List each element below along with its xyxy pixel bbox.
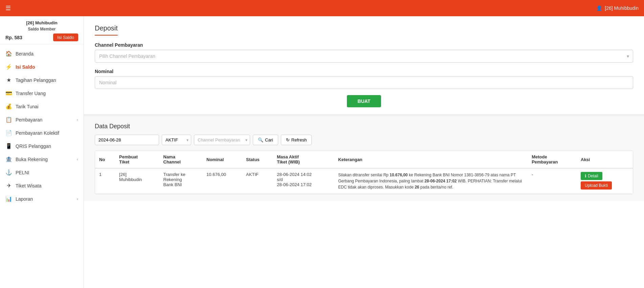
upload-bukti-button[interactable]: Upload Bukti xyxy=(581,181,612,190)
channel-filter-select[interactable]: Channel Pembayaran xyxy=(194,135,250,145)
sidebar-item-buka-rekening[interactable]: 🏦 Buka Rekening ‹ xyxy=(0,153,84,166)
sidebar-item-label: Tagihan Pelanggan xyxy=(16,77,56,83)
col-metode: MetodePembayaran xyxy=(528,151,577,168)
cari-button[interactable]: 🔍 Cari xyxy=(253,135,278,145)
sidebar-user-name: [26] Muhibudin xyxy=(5,20,78,25)
sidebar-item-label: Isi Saldo xyxy=(16,64,35,70)
sidebar-item-isi-saldo[interactable]: ⚡ Isi Saldo xyxy=(0,60,84,73)
data-deposit-section: Data Deposit AKTIF SEMUA Channel Pembaya… xyxy=(84,116,644,201)
col-aksi: Aksi xyxy=(577,151,633,168)
flash-icon: ⚡ xyxy=(5,64,12,70)
cell-channel: Transfer keRekeningBank BNI xyxy=(159,168,203,194)
nominal-form-group: Nominal xyxy=(95,69,633,89)
sidebar-item-beranda[interactable]: 🏠 Beranda xyxy=(0,47,84,60)
sidebar-nav: 🏠 Beranda ⚡ Isi Saldo ★ Tagihan Pelangga… xyxy=(0,44,84,208)
info-icon: ℹ xyxy=(585,174,586,178)
refresh-button[interactable]: ↻ Refresh xyxy=(281,135,312,145)
search-icon: 🔍 xyxy=(258,137,263,142)
sidebar-item-label: Tiket Wisata xyxy=(16,183,42,189)
buat-button[interactable]: BUAT xyxy=(347,95,381,107)
sidebar-item-laporan[interactable]: 📊 Laporan ‹ xyxy=(0,192,84,205)
sidebar-item-pelni[interactable]: ⚓ PELNI xyxy=(0,166,84,179)
cell-no: 1 xyxy=(95,168,115,194)
qris-icon: 📱 xyxy=(5,143,12,149)
sidebar-item-pembayaran[interactable]: 📋 Pembayaran ‹ xyxy=(0,113,84,126)
data-table: No PembuatTiket NamaChannel Nominal Stat… xyxy=(95,151,633,194)
nominal-input[interactable] xyxy=(95,76,633,89)
sidebar: [26] Muhibudin Saldo Member Rp. 583 Isi … xyxy=(0,16,84,288)
sidebar-item-label: Laporan xyxy=(16,196,33,202)
chevron-right-icon: ‹ xyxy=(77,117,78,122)
sidebar-saldo-amount: Rp. 583 xyxy=(5,35,22,40)
home-icon: 🏠 xyxy=(5,50,12,57)
nominal-label: Nominal xyxy=(95,69,633,74)
sidebar-header: [26] Muhibudin Saldo Member Rp. 583 Isi … xyxy=(0,16,84,44)
sidebar-item-label: PELNI xyxy=(16,170,29,175)
refresh-icon: ↻ xyxy=(286,137,290,142)
filter-row: AKTIF SEMUA Channel Pembayaran 🔍 Cari ↻ … xyxy=(95,135,633,145)
anchor-icon: ⚓ xyxy=(5,169,12,176)
list-icon: 📋 xyxy=(5,116,12,123)
cell-aksi: ℹ Detail Upload Bukti xyxy=(577,168,633,194)
cell-nominal: 10.676,00 xyxy=(202,168,242,194)
sidebar-item-label: Pembayaran xyxy=(16,117,42,123)
sidebar-item-label: QRIS Pelanggan xyxy=(16,143,51,149)
deposit-title: Deposit xyxy=(95,24,118,36)
sidebar-item-qris-pelanggan[interactable]: 📱 QRIS Pelanggan xyxy=(0,139,84,153)
col-status: Status xyxy=(242,151,273,168)
main-content: Deposit Channel Pembayaran Pilih Channel… xyxy=(84,16,644,288)
cell-masa-aktif: 28-06-2024 14:02s/d28-06-2024 17:02 xyxy=(273,168,334,194)
plane-icon: ✈ xyxy=(5,182,12,189)
sidebar-item-label: Buka Rekening xyxy=(16,157,48,162)
data-table-wrapper: No PembuatTiket NamaChannel Nominal Stat… xyxy=(95,151,633,194)
user-icon: 👤 xyxy=(596,5,602,11)
sidebar-item-label: Transfer Uang xyxy=(16,91,46,96)
navbar-user-label: [26] Muhibbudin xyxy=(605,5,639,11)
channel-select[interactable]: Pilih Channel Pembayaran xyxy=(95,50,633,63)
money-icon: 💰 xyxy=(5,103,12,110)
sidebar-item-tarik-tunai[interactable]: 💰 Tarik Tunai xyxy=(0,100,84,113)
sidebar-item-label: Pembayaran Kolektif xyxy=(16,130,59,136)
sidebar-item-tagihan-pelanggan[interactable]: ★ Tagihan Pelanggan xyxy=(0,73,84,87)
cell-status: AKTIF xyxy=(242,168,273,194)
star-icon: ★ xyxy=(5,77,12,83)
col-nominal: Nominal xyxy=(202,151,242,168)
sidebar-item-transfer-uang[interactable]: 💳 Transfer Uang xyxy=(0,87,84,100)
data-deposit-title: Data Deposit xyxy=(95,123,633,130)
chart-icon: 📊 xyxy=(5,196,12,202)
date-filter-input[interactable] xyxy=(95,135,159,145)
cari-label: Cari xyxy=(265,137,273,142)
col-no: No xyxy=(95,151,115,168)
sidebar-item-tiket-wisata[interactable]: ✈ Tiket Wisata xyxy=(0,179,84,192)
bank-icon: 🏦 xyxy=(5,156,12,162)
chevron-right-icon: ‹ xyxy=(77,197,78,201)
doc-icon: 📄 xyxy=(5,130,12,136)
col-channel: NamaChannel xyxy=(159,151,203,168)
isi-saldo-header-button[interactable]: Isi Saldo xyxy=(53,34,78,41)
channel-label: Channel Pembayaran xyxy=(95,42,633,48)
sidebar-item-label: Beranda xyxy=(16,51,34,57)
channel-form-group: Channel Pembayaran Pilih Channel Pembaya… xyxy=(95,42,633,63)
sidebar-item-label: Tarik Tunai xyxy=(16,104,39,109)
cell-pembuat: [26]Muhibbudin xyxy=(115,168,159,194)
hamburger-icon[interactable]: ☰ xyxy=(5,4,11,12)
col-keterangan: Keterangan xyxy=(334,151,528,168)
chevron-right-icon: ‹ xyxy=(77,157,78,162)
detail-label: Detail xyxy=(588,174,598,178)
table-row: 1 [26]Muhibbudin Transfer keRekeningBank… xyxy=(95,168,633,194)
card-icon: 💳 xyxy=(5,90,12,96)
refresh-label: Refresh xyxy=(291,137,307,142)
status-filter-select[interactable]: AKTIF SEMUA xyxy=(162,135,191,145)
detail-button[interactable]: ℹ Detail xyxy=(581,172,602,180)
col-pembuat: PembuatTiket xyxy=(115,151,159,168)
navbar: ☰ 👤 [26] Muhibbudin xyxy=(0,0,644,16)
deposit-section: Deposit Channel Pembayaran Pilih Channel… xyxy=(84,16,644,116)
cell-keterangan: Silakan ditransfer senilai Rp 10.676,00 … xyxy=(334,168,528,194)
sidebar-saldo-label: Saldo Member xyxy=(5,27,78,31)
sidebar-item-pembayaran-kolektif[interactable]: 📄 Pembayaran Kolektif xyxy=(0,126,84,139)
col-masa-aktif: Masa AktifTiket (WIB) xyxy=(273,151,334,168)
cell-metode: - xyxy=(528,168,577,194)
